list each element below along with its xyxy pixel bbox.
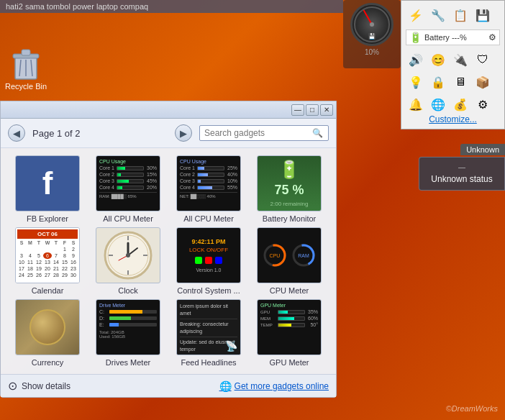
minimize-button[interactable]: —: [291, 104, 304, 116]
calendar-label: Calendar: [32, 286, 64, 295]
prev-page-button[interactable]: ◀: [8, 124, 25, 142]
restore-button[interactable]: □: [306, 104, 319, 116]
gauge-widget: 💾 10%: [343, 0, 401, 68]
notif-icon-wrench[interactable]: 🔧: [428, 5, 448, 25]
globe-icon: 🌐: [219, 380, 232, 392]
notif-icon-box[interactable]: 📦: [473, 72, 493, 92]
dreamworks-logo: ©DreamWorks: [446, 404, 498, 413]
unknown-status-container: Unknown — Unknown status: [419, 144, 505, 191]
gadget-item-currency[interactable]: Currency: [9, 299, 86, 367]
control-system-label: Control System ...: [177, 286, 240, 295]
notification-popup: ⚡ 🔧 📋 💾 🔋 Battery ---% ⚙ 🔊 😊 🔌 🛡 💡 🔒 🖥 📦…: [401, 0, 505, 129]
svg-rect-2: [22, 50, 30, 55]
panel-header: ◀ Page 1 of 2 ▶ 🔍: [1, 119, 336, 148]
notif-icon-plug[interactable]: 🔌: [450, 50, 470, 70]
notif-icon-clipboard[interactable]: 📋: [450, 5, 470, 25]
control-system-thumb: 9:42:11 PM LOCK ON/OFF Version 1.0: [176, 227, 241, 283]
calendar-thumb: OCT 06 SMTWTFS 12 3456789 10111213141516…: [15, 227, 80, 283]
notif-icon-bell[interactable]: 🔔: [406, 94, 426, 114]
notif-icon-disk[interactable]: 💾: [473, 5, 493, 25]
unknown-status-text: Unknown status: [431, 174, 492, 184]
battery-monitor-thumb: 🔋 75 % 2:00 remaining: [257, 155, 322, 211]
svg-point-17: [126, 253, 130, 257]
panel-titlebar: — □ ✕: [1, 101, 336, 119]
clock-thumb: [96, 227, 160, 283]
gadget-item-all-cpu-meter-2[interactable]: CPU Usage Core 125% Core 240% Core 310% …: [170, 155, 247, 223]
svg-text:RAM: RAM: [298, 253, 309, 258]
next-page-button[interactable]: ▶: [175, 124, 192, 142]
cpu-meter-label: CPU Meter: [270, 286, 309, 295]
chat-text: hati2 sama tombol power laptop compaq: [6, 2, 148, 11]
chevron-down-icon: ⊙: [8, 379, 17, 393]
gadget-item-drives-meter[interactable]: Drive Meter C: D: E: Total: 204GBUsed: 1…: [90, 299, 166, 367]
svg-point-7: [370, 22, 374, 27]
drives-meter-thumb: Drive Meter C: D: E: Total: 204GBUsed: 1…: [96, 299, 160, 355]
notif-icon-smiley[interactable]: 😊: [428, 50, 448, 70]
gadget-item-calendar[interactable]: OCT 06 SMTWTFS 12 3456789 10111213141516…: [9, 227, 86, 295]
panel-footer: ⊙ Show details 🌐 Get more gadgets online: [1, 374, 336, 397]
battery-monitor-label: Battery Monitor: [263, 214, 317, 223]
all-cpu-meter-2-thumb: CPU Usage Core 125% Core 240% Core 310% …: [176, 155, 241, 211]
currency-label: Currency: [32, 358, 64, 367]
battery-bar: 🔋 Battery ---% ⚙: [406, 29, 500, 45]
cpu-meter-thumb: CPU RAM: [257, 227, 322, 283]
notif-icons-row3: 💡 🔒 🖥 📦: [406, 72, 500, 92]
notif-icon-power[interactable]: ⚡: [406, 5, 426, 25]
gadget-grid: f FB Explorer CPU Usage Core 130% Core 2…: [1, 148, 336, 374]
all-cpu-meter-1-thumb: CPU Usage Core 130% Core 215% Core 345% …: [96, 155, 160, 211]
notif-icon-lock[interactable]: 🔒: [428, 72, 448, 92]
clock-label: Clock: [118, 286, 138, 295]
get-more-gadgets-link[interactable]: 🌐 Get more gadgets online: [219, 380, 329, 392]
svg-text:CPU: CPU: [270, 253, 281, 258]
gauge-circle: 💾: [350, 3, 393, 46]
search-icon[interactable]: 🔍: [312, 128, 323, 138]
gadget-item-battery-monitor[interactable]: 🔋 75 % 2:00 remaining Battery Monitor: [251, 155, 327, 223]
gpu-meter-label: GPU Meter: [269, 358, 309, 367]
get-more-label: Get more gadgets online: [235, 381, 329, 391]
notif-icons-top: ⚡ 🔧 📋 💾: [406, 5, 500, 25]
drives-meter-label: Drives Meter: [106, 358, 150, 367]
gadget-item-all-cpu-meter-1[interactable]: CPU Usage Core 130% Core 215% Core 345% …: [90, 155, 166, 223]
notif-icon-volume[interactable]: 🔊: [406, 50, 426, 70]
unknown-label: Unknown: [460, 144, 505, 155]
recycle-bin-icon: [12, 49, 40, 81]
notif-icon-shield[interactable]: 🛡: [473, 50, 493, 70]
unknown-status-badge: — Unknown status: [419, 157, 505, 191]
gadget-item-gpu-meter[interactable]: GPU Meter GPU35% MEM60% TEMP50° GPU Mete…: [251, 299, 327, 367]
notif-icon-gear[interactable]: ⚙: [473, 94, 493, 114]
chat-bar: hati2 sama tombol power laptop compaq: [0, 0, 343, 13]
notif-icon-monitor[interactable]: 🖥: [450, 72, 470, 92]
notif-icon-light[interactable]: 💡: [406, 72, 426, 92]
currency-thumb: [15, 299, 80, 355]
customize-link[interactable]: Customize...: [406, 114, 500, 124]
recycle-bin-label: Recycle Bin: [5, 82, 47, 91]
gadget-item-cpu-meter[interactable]: CPU RAM CPU Meter: [251, 227, 327, 295]
show-details-button[interactable]: ⊙ Show details: [8, 379, 70, 393]
all-cpu-meter-2-label: All CPU Meter: [183, 214, 234, 223]
close-button[interactable]: ✕: [320, 104, 333, 116]
show-details-label: Show details: [22, 381, 70, 391]
gadget-item-control-system[interactable]: 9:42:11 PM LOCK ON/OFF Version 1.0 Contr…: [170, 227, 247, 295]
search-input[interactable]: [204, 128, 312, 138]
search-box: 🔍: [199, 125, 329, 141]
gadget-item-fb-explorer[interactable]: f FB Explorer: [9, 155, 86, 223]
recycle-bin[interactable]: Recycle Bin: [4, 49, 47, 91]
fb-explorer-thumb: f: [15, 155, 80, 211]
notif-icon-money[interactable]: 💰: [450, 94, 470, 114]
gpu-meter-thumb: GPU Meter GPU35% MEM60% TEMP50°: [257, 299, 322, 355]
gadget-item-feed-headlines[interactable]: Lorem ipsum dolor sit amet Breaking: con…: [170, 299, 247, 367]
all-cpu-meter-1-label: All CPU Meter: [103, 214, 153, 223]
fb-explorer-label: FB Explorer: [27, 214, 68, 223]
battery-text: Battery ---%: [424, 33, 467, 42]
notif-icon-globe[interactable]: 🌐: [428, 94, 448, 114]
gadget-item-clock[interactable]: Clock: [90, 227, 166, 295]
notif-icons-row4: 🔔 🌐 💰 ⚙: [406, 94, 500, 114]
gadget-panel: — □ ✕ ◀ Page 1 of 2 ▶ 🔍 f FB Explorer CP…: [0, 101, 337, 398]
page-info: Page 1 of 2: [32, 128, 168, 139]
notif-icons-row2: 🔊 😊 🔌 🛡: [406, 50, 500, 70]
feed-headlines-label: Feed Headlines: [181, 358, 236, 367]
feed-headlines-thumb: Lorem ipsum dolor sit amet Breaking: con…: [176, 299, 241, 355]
gauge-text: 10%: [365, 48, 379, 56]
gauge-icon: 💾: [368, 33, 376, 40]
